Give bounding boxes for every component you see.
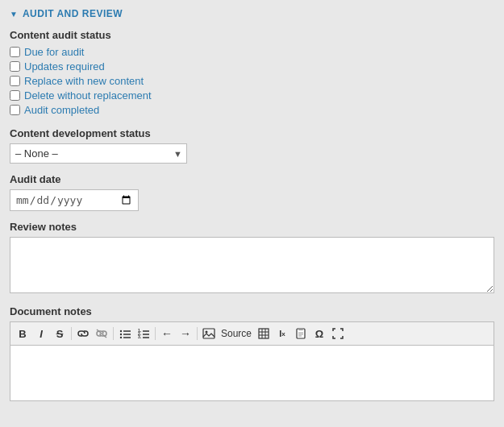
review-notes-label: Review notes <box>10 221 494 233</box>
content-dev-status-section: Content development status – None – ▼ <box>10 127 494 164</box>
content-audit-status-label: Content audit status <box>10 29 494 41</box>
list-item: Due for audit <box>10 46 494 58</box>
content-audit-status-section: Content audit status Due for audit Updat… <box>10 29 494 116</box>
fullscreen-button[interactable] <box>329 325 347 342</box>
replace-new-content-checkbox[interactable] <box>10 76 20 86</box>
ordered-list-button[interactable]: 1. 2. 3. <box>135 325 152 342</box>
document-notes-section: Document notes B I S <box>10 305 494 401</box>
toolbar-divider <box>113 327 114 340</box>
table-icon <box>258 328 269 339</box>
special-char-button[interactable]: Ω <box>310 325 328 342</box>
panel-title: AUDIT AND REVIEW <box>23 8 123 19</box>
audit-completed-label[interactable]: Audit completed <box>24 104 99 116</box>
svg-rect-13 <box>203 329 215 338</box>
bold-button[interactable]: B <box>14 325 31 342</box>
panel-header: ▼ AUDIT AND REVIEW <box>10 8 494 19</box>
fullscreen-icon <box>332 328 344 339</box>
image-icon <box>202 328 215 339</box>
audit-status-checkboxes: Due for audit Updates required Replace w… <box>10 46 494 116</box>
delete-without-replacement-label[interactable]: Delete without replacement <box>24 89 152 102</box>
collapse-icon[interactable]: ▼ <box>10 10 18 19</box>
svg-point-2 <box>120 334 122 335</box>
source-button[interactable]: Source <box>219 325 254 342</box>
unlink-button[interactable] <box>93 325 110 342</box>
content-dev-status-wrapper: – None – ▼ <box>10 143 187 164</box>
replace-new-content-label[interactable]: Replace with new content <box>24 75 144 87</box>
clear-format-button[interactable]: Ix <box>273 325 291 342</box>
toolbar-divider <box>155 327 156 340</box>
image-button[interactable] <box>200 325 218 342</box>
ol-icon: 1. 2. 3. <box>138 329 149 338</box>
delete-without-replacement-checkbox[interactable] <box>10 90 20 101</box>
review-notes-textarea[interactable] <box>10 237 494 293</box>
updates-required-label[interactable]: Updates required <box>24 60 105 73</box>
italic-button[interactable]: I <box>32 325 50 342</box>
due-for-audit-label[interactable]: Due for audit <box>24 46 84 58</box>
content-dev-status-select[interactable]: – None – <box>10 143 187 164</box>
svg-point-14 <box>206 331 208 334</box>
list-item: Audit completed <box>10 104 494 116</box>
list-item: Updates required <box>10 60 494 73</box>
audit-date-input[interactable] <box>10 189 139 211</box>
unlink-icon <box>96 329 107 338</box>
paste-word-button[interactable] <box>292 325 310 342</box>
unordered-list-button[interactable] <box>116 325 134 342</box>
undo-button[interactable]: ← <box>158 325 176 342</box>
review-notes-section: Review notes <box>10 221 494 296</box>
ul-icon <box>119 329 131 338</box>
table-button[interactable] <box>255 325 273 342</box>
audit-date-label: Audit date <box>10 173 494 185</box>
editor-toolbar: B I S <box>10 321 494 345</box>
svg-rect-21 <box>298 328 303 330</box>
svg-text:3.: 3. <box>138 334 142 338</box>
document-notes-label: Document notes <box>10 305 494 317</box>
list-item: Delete without replacement <box>10 89 494 102</box>
audit-review-panel: ▼ AUDIT AND REVIEW Content audit status … <box>0 0 504 409</box>
due-for-audit-checkbox[interactable] <box>10 47 20 57</box>
list-item: Replace with new content <box>10 75 494 87</box>
updates-required-checkbox[interactable] <box>10 61 20 72</box>
svg-rect-15 <box>259 329 269 338</box>
strikethrough-button[interactable]: S <box>51 325 69 342</box>
link-button[interactable] <box>74 325 92 342</box>
toolbar-divider <box>197 327 198 340</box>
svg-point-1 <box>120 330 122 332</box>
link-icon <box>77 329 89 338</box>
audit-completed-checkbox[interactable] <box>10 105 20 115</box>
svg-point-3 <box>120 337 122 338</box>
document-notes-editor[interactable] <box>10 345 494 401</box>
toolbar-divider <box>71 327 72 340</box>
paste-word-icon <box>295 328 306 339</box>
audit-date-section: Audit date <box>10 173 494 211</box>
redo-button[interactable]: → <box>177 325 194 342</box>
content-dev-status-label: Content development status <box>10 127 494 139</box>
